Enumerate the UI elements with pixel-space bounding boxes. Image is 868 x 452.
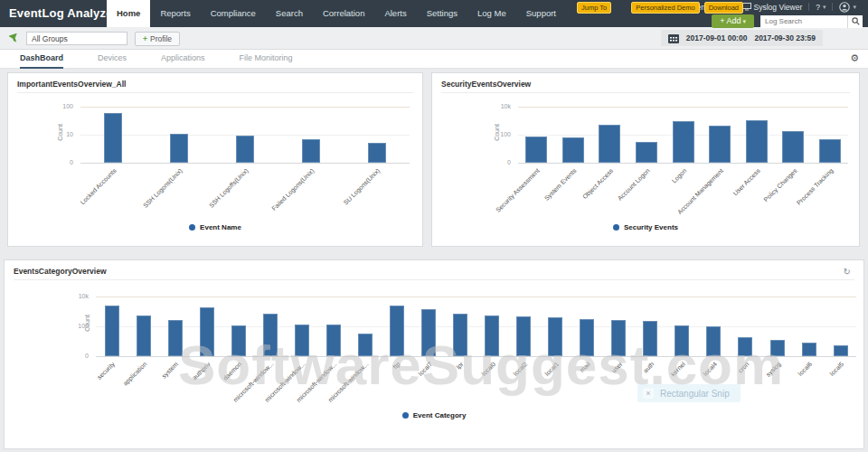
bar-slot: [591, 107, 628, 163]
bar-ftp[interactable]: [390, 306, 404, 356]
bar-slot: [665, 107, 702, 163]
date-from[interactable]: 2017-09-01 00:00: [686, 33, 748, 42]
nav-support[interactable]: Support: [516, 0, 566, 27]
bar-Failed Logons(Unix)[interactable]: [302, 139, 320, 163]
chevron-down-icon: ▾: [742, 18, 746, 24]
nav-home[interactable]: Home: [107, 0, 150, 27]
bar-microsoft-window...[interactable]: [295, 325, 309, 356]
bar-microsoft-window...[interactable]: [326, 325, 341, 356]
x-tick-label: system: [161, 361, 180, 380]
bar-Logon[interactable]: [673, 121, 694, 163]
bar-security[interactable]: [105, 306, 119, 356]
x-tick-label: SU Logons(Unix): [343, 167, 382, 206]
bar-mail[interactable]: [580, 319, 594, 356]
bar-Account Management[interactable]: [709, 126, 731, 163]
bar-authpriv[interactable]: [200, 307, 214, 356]
x-tick-label: user: [610, 361, 624, 374]
bar-Security Assessment[interactable]: [525, 137, 547, 163]
x-axis-labels: Locked AccountsSSH Logons(Unix)SSH Logof…: [80, 163, 410, 219]
filter-bar: + Profile 2017-09-01 00:00 2017-09-30 23…: [0, 27, 868, 50]
jump-to-badge[interactable]: Jump To: [577, 2, 611, 14]
bar-auth[interactable]: [643, 321, 657, 356]
bar-System Events[interactable]: [562, 137, 584, 163]
x-tick-label: Process Tracking: [796, 167, 835, 206]
bar-SSH Logons(Unix)[interactable]: [170, 134, 188, 163]
bar-local1[interactable]: [548, 317, 562, 356]
bar-daemon[interactable]: [231, 325, 246, 356]
dashboard-tabs-bar: DashBoard Devices Applications File Moni…: [0, 50, 868, 69]
legend: Event Name: [8, 223, 422, 231]
bar-slot: [698, 297, 730, 356]
bar-SSH Logoffs(Unix)[interactable]: [236, 136, 254, 163]
bar-local6[interactable]: [802, 343, 816, 356]
bar-Process Tracking[interactable]: [819, 139, 841, 163]
bar-Policy Changes[interactable]: [782, 131, 804, 163]
nav-reports[interactable]: Reports: [150, 0, 200, 27]
bar-slot: [317, 297, 349, 356]
bar-syslog[interactable]: [770, 340, 785, 356]
tab-devices[interactable]: Devices: [98, 50, 127, 69]
add-button[interactable]: + Add▾: [712, 14, 754, 28]
bar-kernel[interactable]: [675, 325, 689, 356]
bar-User Access[interactable]: [746, 120, 768, 163]
y-tick-label: 10k: [79, 293, 89, 299]
bar-slot: [80, 107, 146, 163]
bar-local0[interactable]: [485, 315, 499, 356]
tab-dashboard[interactable]: DashBoard: [20, 50, 63, 69]
tab-applications[interactable]: Applications: [161, 50, 205, 69]
bar-lpr[interactable]: [453, 314, 467, 356]
bar-slot: [222, 297, 254, 356]
nav-search[interactable]: Search: [266, 0, 313, 27]
nav-settings[interactable]: Settings: [417, 0, 467, 27]
nav-compliance[interactable]: Compliance: [201, 0, 266, 27]
x-tick-label: local1: [543, 361, 560, 377]
nav-correlation[interactable]: Correlation: [313, 0, 374, 27]
search-button[interactable]: [847, 15, 863, 28]
nav-alerts[interactable]: Alerts: [374, 0, 416, 27]
bar-SU Logons(Unix)[interactable]: [368, 143, 386, 163]
date-to[interactable]: 2017-09-30 23:59: [754, 33, 816, 42]
bar-microsoft-window...[interactable]: [263, 314, 278, 356]
log-search-input[interactable]: [760, 15, 847, 28]
bar-Account Logon[interactable]: [636, 142, 657, 163]
plot-area: 010010kSecurity AssessmentSystem EventsO…: [518, 107, 848, 163]
download-badge[interactable]: Download: [704, 2, 743, 14]
x-tick-label: local0: [480, 361, 496, 377]
bar-slot: [344, 107, 410, 163]
bar-system[interactable]: [168, 320, 183, 356]
bars-container: [518, 107, 848, 163]
bar-Object Access[interactable]: [599, 125, 620, 163]
bar-cron[interactable]: [738, 337, 752, 356]
help-menu[interactable]: ?▾: [809, 3, 832, 12]
add-profile-button[interactable]: + Profile: [135, 32, 180, 46]
tab-file-monitoring[interactable]: File Monitoring: [240, 50, 293, 69]
y-tick-label: 0: [85, 353, 89, 359]
device-group-input[interactable]: [26, 32, 127, 45]
legend-label: Event Name: [200, 223, 241, 231]
nav-log-me[interactable]: Log Me: [467, 0, 516, 27]
bar-local4[interactable]: [706, 326, 721, 356]
panel-important-events: ImportantEventsOverview_All Count 010100…: [7, 72, 423, 247]
y-tick-label: 0: [70, 159, 73, 165]
plot-area: 010100Locked AccountsSSH Logons(Unix)SSH…: [80, 107, 410, 163]
bar-local7[interactable]: [421, 309, 436, 356]
bar-slot: [666, 297, 698, 356]
date-range-picker[interactable]: 2017-09-01 00:00 2017-09-30 23:59: [661, 30, 823, 46]
promo-badges: Jump To Personalized Demo Download: [577, 2, 748, 14]
x-tick-label: daemon: [222, 361, 243, 381]
bar-Locked Accounts[interactable]: [104, 113, 122, 163]
x-tick-label: lpr: [455, 361, 464, 370]
x-tick-label: Security Assessment: [495, 167, 541, 213]
bar-microsoft-window...[interactable]: [358, 334, 373, 356]
bar-local2[interactable]: [516, 316, 531, 356]
user-menu[interactable]: ▾: [833, 2, 863, 13]
legend-dot: [613, 224, 619, 231]
bar-slot: [476, 297, 508, 356]
bar-application[interactable]: [137, 315, 151, 356]
legend-label: Event Category: [413, 411, 467, 419]
bar-user[interactable]: [611, 320, 626, 356]
personalized-demo-badge[interactable]: Personalized Demo: [631, 2, 699, 14]
x-tick-label: local2: [512, 361, 528, 377]
bar-local5[interactable]: [834, 345, 848, 356]
gear-icon[interactable]: ⚙: [850, 52, 859, 64]
